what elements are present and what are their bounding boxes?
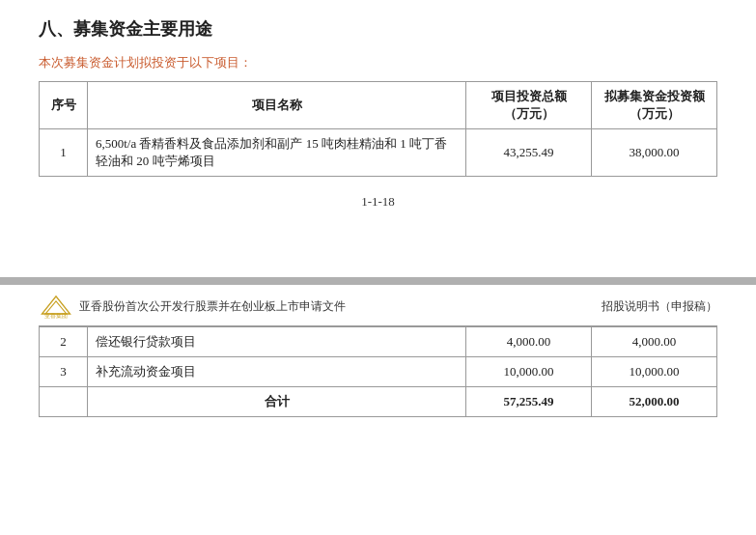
cell-total: 57,255.49 [466,387,592,417]
company-logo-icon: 亚香集团 [39,293,73,320]
cell-raised: 52,000.00 [592,387,717,417]
page-number: 1-1-18 [39,194,717,210]
col-name: 项目名称 [88,82,466,129]
col-total: 项目投资总额（万元） [466,82,592,129]
bottom-header: 亚香集团 亚香股份首次公开发行股票并在创业板上市申请文件 招股说明书（申报稿） [39,285,717,326]
total-row: 合计 57,255.49 52,000.00 [40,387,717,417]
col-seq: 序号 [40,82,88,129]
divider-space [0,219,756,277]
svg-marker-0 [42,296,70,314]
table-row: 3 补充流动资金项目 10,000.00 10,000.00 [40,357,717,387]
gray-separator [0,277,756,285]
company-name: 亚香股份首次公开发行股票并在创业板上市申请文件 [79,298,346,315]
cell-name: 合计 [88,387,466,417]
doc-type-label: 招股说明书（申报稿） [602,298,717,315]
page-title: 八、募集资金主要用途 [39,17,717,41]
bottom-page-section: 亚香集团 亚香股份首次公开发行股票并在创业板上市申请文件 招股说明书（申报稿） … [0,285,756,535]
main-table: 序号 项目名称 项目投资总额（万元） 拟募集资金投资额（万元） 1 6,500t… [39,81,717,177]
bottom-table: 2 偿还银行贷款项目 4,000.00 4,000.00 3 补充流动资金项目 … [39,326,717,417]
table-row: 1 6,500t/a 香精香料及食品添加剂和副产 15 吨肉桂精油和 1 吨丁香… [40,129,717,177]
cell-raised: 10,000.00 [592,357,717,387]
cell-seq: 2 [40,327,88,357]
cell-raised: 4,000.00 [592,327,717,357]
cell-raised: 38,000.00 [592,129,717,177]
cell-seq: 3 [40,357,88,387]
table-row: 2 偿还银行贷款项目 4,000.00 4,000.00 [40,327,717,357]
cell-total: 10,000.00 [466,357,592,387]
top-page-section: 八、募集资金主要用途 本次募集资金计划拟投资于以下项目： 序号 项目名称 项目投… [0,0,756,219]
svg-text:亚香集团: 亚香集团 [44,312,68,319]
cell-name: 偿还银行贷款项目 [88,327,466,357]
cell-total: 4,000.00 [466,327,592,357]
cell-name: 补充流动资金项目 [88,357,466,387]
logo-area: 亚香集团 亚香股份首次公开发行股票并在创业板上市申请文件 [39,293,346,320]
cell-seq: 1 [40,129,88,177]
cell-total: 43,255.49 [466,129,592,177]
col-raised: 拟募集资金投资额（万元） [592,82,717,129]
cell-name: 6,500t/a 香精香料及食品添加剂和副产 15 吨肉桂精油和 1 吨丁香轻油… [88,129,466,177]
subtitle-text: 本次募集资金计划拟投资于以下项目： [39,54,717,71]
cell-seq [40,387,88,417]
